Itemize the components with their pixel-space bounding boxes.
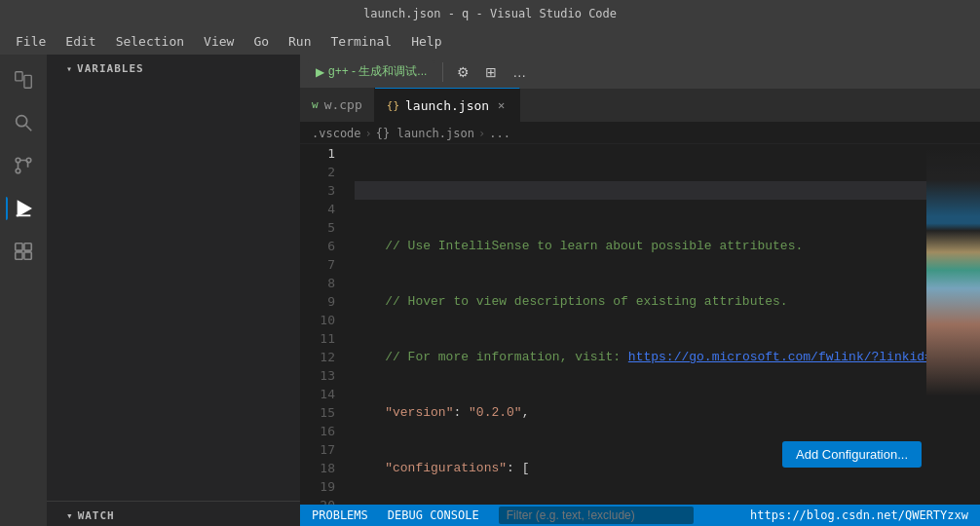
play-icon: ▶: [316, 65, 324, 79]
line-num-18: 18: [300, 459, 335, 477]
status-bar: PROBLEMS DEBUG CONSOLE https://blog.csdn…: [300, 505, 980, 526]
menu-edit[interactable]: Edit: [57, 32, 103, 51]
line-num-7: 7: [300, 255, 335, 274]
explorer-icon[interactable]: [6, 62, 41, 97]
status-problems[interactable]: PROBLEMS: [308, 508, 372, 522]
search-icon[interactable]: [6, 105, 41, 140]
line-numbers: 1 2 3 4 5 6 7 8 9 10 11 12 13 14 15 16 1…: [300, 144, 347, 505]
watch-header[interactable]: ▾ WATCH: [47, 501, 300, 526]
line-num-12: 12: [300, 348, 335, 366]
line-num-3: 3: [300, 181, 335, 200]
minimap: [926, 144, 980, 505]
toolbar: ▶ g++ - 生成和调试... ⚙ ⊞ …: [300, 55, 980, 89]
variables-header[interactable]: ▾ VARIABLES: [47, 55, 300, 79]
tab-w-cpp[interactable]: w w.cpp: [300, 88, 375, 122]
code-line-3: // Hover to view descriptions of existin…: [355, 292, 926, 311]
line-num-9: 9: [300, 292, 335, 311]
line-num-19: 19: [300, 477, 335, 496]
run-button-label: g++ - 生成和调试...: [328, 63, 427, 80]
tab-w-cpp-icon: w: [312, 98, 319, 111]
menu-file[interactable]: File: [8, 32, 54, 51]
line-num-15: 15: [300, 403, 335, 422]
menu-view[interactable]: View: [196, 32, 242, 51]
status-right: https://blog.csdn.net/QWERTYzxw: [746, 508, 972, 522]
line-num-6: 6: [300, 237, 335, 255]
breadcrumb-launch-json[interactable]: {} launch.json: [376, 127, 474, 140]
menu-run[interactable]: Run: [281, 32, 319, 51]
activity-bar: [0, 55, 47, 526]
editor-content: 1 2 3 4 5 6 7 8 9 10 11 12 13 14 15 16 1…: [300, 144, 980, 505]
source-control-icon[interactable]: [6, 148, 41, 183]
filter-input[interactable]: [499, 507, 694, 524]
tab-w-cpp-label: w.cpp: [324, 97, 362, 112]
code-line-1: [355, 181, 926, 200]
breadcrumb-sep-2: ›: [478, 127, 485, 140]
line-num-11: 11: [300, 329, 335, 348]
svg-line-3: [26, 126, 32, 132]
menu-selection[interactable]: Selection: [108, 32, 192, 51]
svg-rect-10: [24, 244, 31, 250]
add-configuration-button[interactable]: Add Configuration...: [782, 441, 922, 468]
layout-icon-button[interactable]: ⊞: [479, 61, 503, 83]
svg-rect-9: [16, 244, 22, 250]
sidebar: ▾ VARIABLES ▾ WATCH: [47, 55, 300, 526]
tab-bar: w w.cpp {} launch.json ✕: [300, 89, 980, 123]
more-actions-button[interactable]: …: [507, 61, 532, 83]
toolbar-separator: [442, 62, 443, 82]
line-num-16: 16: [300, 422, 335, 440]
main-area: ▾ VARIABLES ▾ WATCH ▶ g++ - 生成和调试... ⚙ ⊞…: [0, 55, 980, 526]
status-url[interactable]: https://blog.csdn.net/QWERTYzxw: [746, 508, 972, 522]
line-num-2: 2: [300, 163, 335, 181]
run-debug-icon[interactable]: [6, 191, 41, 226]
variables-chevron: ▾: [66, 63, 73, 74]
menu-bar: File Edit Selection View Go Run Terminal…: [0, 27, 980, 55]
svg-rect-1: [24, 75, 31, 88]
editor-area: ▶ g++ - 生成和调试... ⚙ ⊞ … w w.cpp {} launch…: [300, 55, 980, 526]
line-num-5: 5: [300, 218, 335, 237]
window-title: launch.json - q - Visual Studio Code: [363, 7, 617, 20]
title-bar: launch.json - q - Visual Studio Code: [0, 0, 980, 27]
watch-label: WATCH: [78, 509, 115, 522]
svg-rect-12: [24, 252, 31, 259]
line-num-10: 10: [300, 311, 335, 329]
svg-point-4: [16, 158, 20, 163]
line-num-14: 14: [300, 385, 335, 403]
status-left: PROBLEMS DEBUG CONSOLE: [308, 508, 483, 522]
breadcrumb-ellipsis[interactable]: ...: [489, 127, 510, 140]
extensions-icon[interactable]: [6, 234, 41, 269]
tab-launch-json-close[interactable]: ✕: [495, 97, 508, 113]
code-line-5: "version": "0.2.0",: [355, 403, 926, 422]
svg-point-2: [17, 116, 27, 127]
settings-icon-button[interactable]: ⚙: [451, 61, 475, 83]
line-num-8: 8: [300, 274, 335, 292]
line-num-1: 1: [300, 144, 335, 163]
menu-terminal[interactable]: Terminal: [323, 32, 400, 51]
run-debug-button[interactable]: ▶ g++ - 生成和调试...: [308, 60, 434, 83]
breadcrumb: .vscode › {} launch.json › ...: [300, 123, 980, 144]
breadcrumb-sep-1: ›: [365, 127, 372, 140]
menu-help[interactable]: Help: [403, 32, 449, 51]
line-num-17: 17: [300, 440, 335, 459]
line-num-4: 4: [300, 200, 335, 218]
svg-marker-7: [19, 202, 31, 216]
status-debug-console[interactable]: DEBUG CONSOLE: [384, 508, 483, 522]
code-line-4: // For more information, visit: https://…: [355, 348, 926, 366]
tab-launch-json-label: launch.json: [405, 98, 489, 113]
svg-point-6: [16, 169, 20, 173]
code-line-2: // Use IntelliSense to learn about possi…: [355, 237, 926, 255]
line-num-20: 20: [300, 496, 335, 505]
breadcrumb-vscode[interactable]: .vscode: [312, 127, 361, 140]
svg-rect-11: [16, 252, 22, 259]
menu-go[interactable]: Go: [245, 32, 277, 51]
svg-rect-0: [16, 72, 22, 81]
tab-launch-json-icon: {}: [387, 99, 399, 112]
line-num-13: 13: [300, 366, 335, 385]
tab-launch-json[interactable]: {} launch.json ✕: [375, 88, 521, 122]
variables-label: VARIABLES: [77, 62, 144, 75]
watch-chevron: ▾: [66, 509, 74, 522]
